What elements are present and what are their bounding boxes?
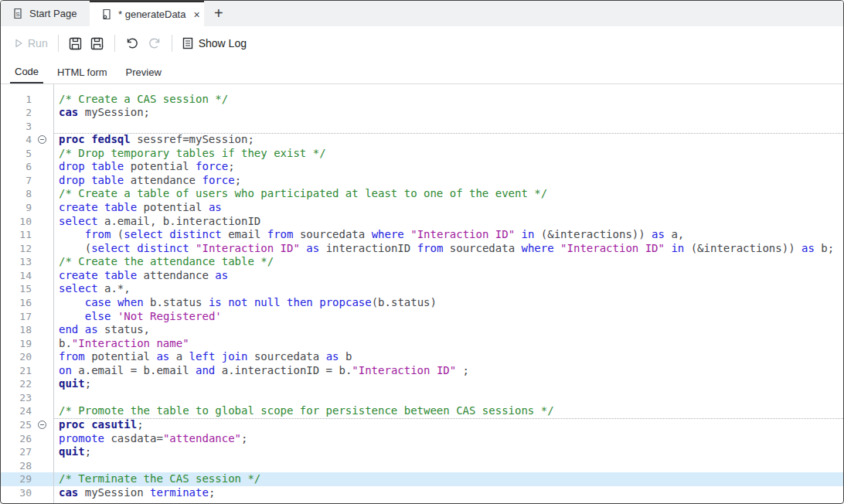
code-line[interactable]: 27quit; bbox=[1, 445, 843, 459]
undo-icon[interactable] bbox=[125, 36, 139, 50]
code-line[interactable]: 15select a.*, bbox=[1, 282, 843, 296]
fold-column bbox=[32, 296, 53, 310]
tab-start-page[interactable]: S Start Page bbox=[1, 1, 90, 26]
code-line[interactable]: 3 bbox=[1, 120, 843, 134]
code-text bbox=[53, 459, 843, 473]
code-line[interactable]: 6drop table potential force; bbox=[1, 160, 843, 174]
code-text: create table potential as bbox=[53, 201, 843, 215]
document-tab-bar: S Start Page * generateData × + bbox=[1, 1, 843, 26]
line-number: 7 bbox=[1, 174, 32, 188]
code-line[interactable]: 16 case when b.status is not null then p… bbox=[1, 296, 843, 310]
code-line[interactable]: 28 bbox=[1, 459, 843, 473]
sas-program-icon: S bbox=[12, 8, 23, 19]
code-line[interactable]: 1/* Create a CAS session */ bbox=[1, 93, 843, 107]
fold-column bbox=[32, 486, 53, 500]
code-line[interactable]: 18end as status, bbox=[1, 323, 843, 337]
code-line[interactable]: 24/* Promote the table to global scope f… bbox=[1, 404, 843, 418]
code-line[interactable]: 14create table attendance as bbox=[1, 269, 843, 283]
code-text: cas mySession terminate; bbox=[53, 486, 843, 500]
tab-label: * generateData bbox=[118, 9, 185, 20]
line-number: 16 bbox=[1, 296, 32, 310]
close-icon[interactable]: × bbox=[192, 9, 201, 20]
code-editor[interactable]: 1/* Create a CAS session */2cas mySessio… bbox=[1, 84, 843, 503]
save-icon[interactable] bbox=[69, 37, 82, 50]
fold-column bbox=[32, 228, 53, 242]
code-line[interactable]: 25proc casutil; bbox=[1, 418, 843, 432]
code-line[interactable]: 21on a.email = b.email and a.interaction… bbox=[1, 364, 843, 378]
fold-column bbox=[32, 282, 53, 296]
code-line[interactable]: 19b."Interaction name" bbox=[1, 337, 843, 351]
toolbar-separator bbox=[172, 35, 172, 52]
code-text bbox=[53, 120, 843, 134]
fold-column bbox=[32, 432, 53, 446]
code-text: end as status, bbox=[53, 323, 843, 337]
redo-icon[interactable] bbox=[148, 36, 162, 50]
code-line[interactable]: 26promote casdata="attendance"; bbox=[1, 432, 843, 446]
code-text: /* Create a table of users who participa… bbox=[53, 187, 843, 201]
code-line[interactable]: 7drop table attendance force; bbox=[1, 174, 843, 188]
line-number: 21 bbox=[1, 364, 32, 378]
code-line[interactable]: 29/* Terminate the CAS session */ bbox=[1, 472, 843, 486]
code-text: /* Create the attendance table */ bbox=[53, 255, 843, 269]
code-text: drop table attendance force; bbox=[53, 174, 843, 188]
code-line[interactable]: 2cas mySession; bbox=[1, 106, 843, 120]
code-lines: 1/* Create a CAS session */2cas mySessio… bbox=[1, 93, 843, 500]
code-text: create table attendance as bbox=[53, 269, 843, 283]
run-button[interactable]: Run bbox=[15, 37, 48, 49]
line-number: 15 bbox=[1, 282, 32, 296]
tab-label: Start Page bbox=[29, 8, 77, 19]
tab-generate-data[interactable]: * generateData × bbox=[90, 1, 204, 26]
tab-code[interactable]: Code bbox=[10, 60, 43, 83]
code-text: /* Create a CAS session */ bbox=[53, 93, 843, 107]
run-label: Run bbox=[28, 37, 48, 49]
line-number: 28 bbox=[1, 459, 32, 473]
run-icon bbox=[15, 39, 23, 48]
code-line[interactable]: 11 from (select distinct email from sour… bbox=[1, 228, 843, 242]
code-line[interactable]: 9create table potential as bbox=[1, 201, 843, 215]
fold-column bbox=[32, 445, 53, 459]
code-text: select a.*, bbox=[53, 282, 843, 296]
program-settings-icon bbox=[101, 9, 112, 20]
code-line[interactable]: 20from potential as a left join sourceda… bbox=[1, 350, 843, 364]
collapse-section-icon[interactable] bbox=[38, 135, 46, 144]
line-number: 24 bbox=[1, 404, 32, 418]
line-number: 27 bbox=[1, 445, 32, 459]
line-number: 19 bbox=[1, 337, 32, 351]
show-log-button[interactable]: Show Log bbox=[182, 37, 247, 49]
toolbar: Run bbox=[1, 26, 843, 60]
line-number: 26 bbox=[1, 432, 32, 446]
line-number: 13 bbox=[1, 255, 32, 269]
fold-column bbox=[32, 404, 53, 418]
save-as-icon[interactable] bbox=[90, 37, 104, 50]
fold-column bbox=[32, 269, 53, 283]
line-number: 2 bbox=[1, 106, 32, 120]
fold-column bbox=[32, 106, 53, 120]
fold-column bbox=[32, 350, 53, 364]
code-text: cas mySession; bbox=[53, 106, 843, 120]
code-line[interactable]: 30cas mySession terminate; bbox=[1, 486, 843, 500]
code-line[interactable]: 23 bbox=[1, 391, 843, 405]
code-line[interactable]: 10select a.email, b.interactionID bbox=[1, 215, 843, 229]
code-line[interactable]: 5/* Drop temporary tables if they exist … bbox=[1, 147, 843, 161]
line-number: 29 bbox=[1, 472, 32, 486]
line-number: 10 bbox=[1, 215, 32, 229]
code-line[interactable]: 13/* Create the attendance table */ bbox=[1, 255, 843, 269]
line-number: 5 bbox=[1, 147, 32, 161]
collapse-section-icon[interactable] bbox=[38, 421, 46, 429]
code-line[interactable]: 12 (select distinct "Interaction ID" as … bbox=[1, 242, 843, 256]
toolbar-separator bbox=[114, 35, 115, 52]
tab-html-form[interactable]: HTML form bbox=[53, 60, 112, 83]
code-text: select a.email, b.interactionID bbox=[53, 215, 843, 229]
line-number: 3 bbox=[1, 120, 32, 134]
code-line[interactable]: 4proc fedsql sessref=mySession; bbox=[1, 133, 843, 147]
fold-column bbox=[32, 242, 53, 256]
line-number: 18 bbox=[1, 323, 32, 337]
code-text: from (select distinct email from sourced… bbox=[53, 228, 843, 242]
new-tab-button[interactable]: + bbox=[214, 5, 223, 21]
fold-column bbox=[32, 133, 53, 147]
tab-preview[interactable]: Preview bbox=[121, 60, 166, 83]
code-line[interactable]: 22quit; bbox=[1, 377, 843, 391]
code-line[interactable]: 17 else 'Not Registered' bbox=[1, 310, 843, 324]
log-icon bbox=[182, 37, 193, 49]
code-line[interactable]: 8/* Create a table of users who particip… bbox=[1, 187, 843, 201]
